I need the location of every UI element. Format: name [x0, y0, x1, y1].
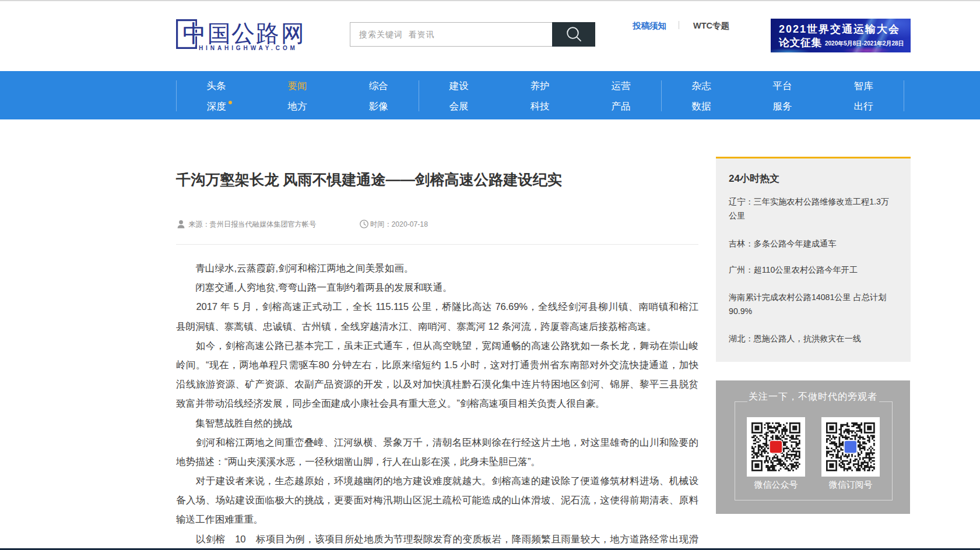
svg-text:HINAHIGHWAY.COM: HINAHIGHWAY.COM [199, 45, 298, 51]
svg-text:国: 国 [208, 20, 231, 47]
svg-text:中: 中 [182, 20, 206, 47]
svg-text:公: 公 [231, 20, 255, 47]
svg-text:网: 网 [281, 20, 304, 47]
svg-text:路: 路 [256, 20, 279, 47]
